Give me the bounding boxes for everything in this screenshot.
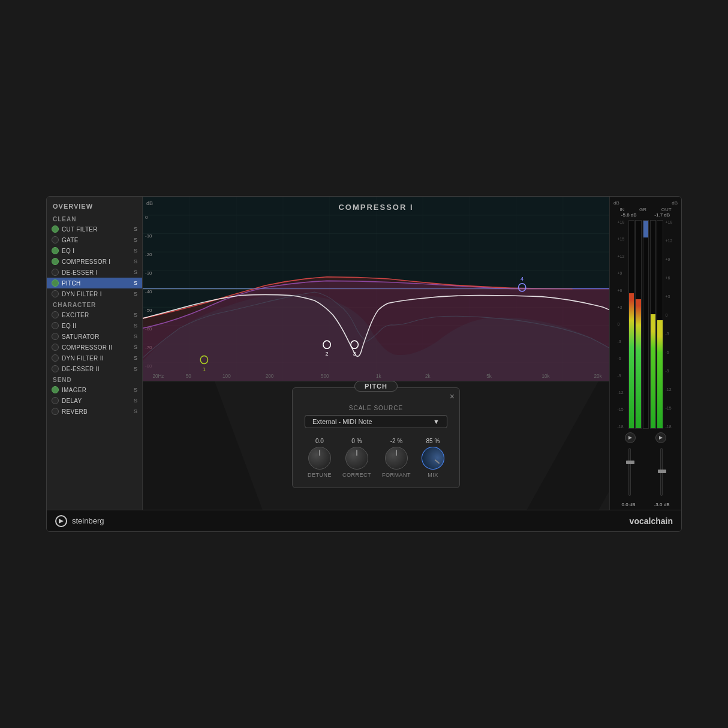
correct-value: 0 % <box>351 438 362 444</box>
power-btn-dynfilter1[interactable] <box>52 290 59 297</box>
sidebar-item-saturator[interactable]: SATURATOR S <box>47 331 142 342</box>
solo-btn-reverb[interactable]: S <box>133 408 139 415</box>
pitch-close-button[interactable]: × <box>450 392 455 401</box>
detune-label: DETUNE <box>308 472 332 478</box>
scale-source-dropdown[interactable]: External - MIDI Note ▼ <box>305 415 447 428</box>
sidebar-item-deesser1[interactable]: DE-ESSER I S <box>47 267 142 278</box>
svg-text:200: 200 <box>266 372 274 378</box>
out-fader-thumb <box>658 470 666 473</box>
sidebar-section-send: SEND <box>47 374 142 384</box>
svg-text:4: 4 <box>521 275 524 282</box>
gr-label: GR <box>639 207 646 212</box>
bottom-db-zero: 0.0 dB <box>622 502 636 507</box>
sidebar-overview-label: OVERVIEW <box>47 199 142 213</box>
sidebar-section-clean: CLEAN <box>47 213 142 224</box>
solo-btn-compressor2[interactable]: S <box>133 344 139 351</box>
play-icon-2 <box>658 435 664 441</box>
solo-btn-deesser2[interactable]: S <box>133 365 139 372</box>
power-btn-reverb[interactable] <box>52 408 59 415</box>
power-btn-exciter[interactable] <box>52 311 59 318</box>
detune-knob[interactable] <box>308 447 331 470</box>
svg-text:1k: 1k <box>376 372 381 378</box>
solo-btn-saturator[interactable]: S <box>133 333 139 340</box>
power-btn-saturator[interactable] <box>52 333 59 340</box>
eq-svg: 1 2 3 4 20Hz 50 100 <box>143 197 609 381</box>
knob-col-formant: -2 % FORMANT <box>382 438 411 478</box>
sidebar-label-imager: IMAGER <box>62 387 133 393</box>
formant-knob[interactable] <box>385 447 408 470</box>
bottom-panel: PITCH × SCALE SOURCE External - MIDI Not… <box>143 381 609 510</box>
brand-name: steinberg <box>72 516 104 525</box>
sidebar-item-compressor2[interactable]: COMPRESSOR II S <box>47 342 142 353</box>
db-top-label2: dB <box>672 200 678 206</box>
in-meter-button[interactable] <box>625 432 636 443</box>
solo-btn-compressor1[interactable]: S <box>133 258 139 265</box>
solo-btn-dynfilter1[interactable]: S <box>133 290 139 297</box>
solo-btn-eq1[interactable]: S <box>133 247 139 254</box>
power-btn-cut-filter[interactable] <box>52 225 59 233</box>
sidebar-label-saturator: SATURATOR <box>62 333 133 340</box>
power-btn-dynfilter2[interactable] <box>52 354 59 362</box>
sidebar-label-exciter: EXCITER <box>62 312 133 318</box>
sidebar-label-reverb: REVERB <box>62 408 133 415</box>
sidebar-item-delay[interactable]: DELAY S <box>47 395 142 406</box>
solo-btn-deesser1[interactable]: S <box>133 269 139 276</box>
out-fader[interactable] <box>660 448 663 496</box>
mix-knob[interactable] <box>417 442 449 474</box>
sidebar-item-eq1[interactable]: EQ I S <box>47 245 142 256</box>
solo-btn-imager[interactable]: S <box>133 386 139 393</box>
power-btn-deesser2[interactable] <box>52 365 59 372</box>
out-meter-bar-r <box>657 220 663 429</box>
svg-text:2: 2 <box>326 350 329 357</box>
knob-row: 0.0 DETUNE 0 % CORRECT -2 % FORMA <box>305 438 447 478</box>
power-btn-eq2[interactable] <box>52 322 59 329</box>
scale-source-value: External - MIDI Note <box>312 418 372 425</box>
footer-brand: steinberg <box>55 515 104 527</box>
sidebar-item-dynfilter2[interactable]: DYN FILTER II S <box>47 353 142 363</box>
power-btn-compressor2[interactable] <box>52 344 59 351</box>
sidebar-item-eq2[interactable]: EQ II S <box>47 320 142 331</box>
power-btn-eq1[interactable] <box>52 247 59 254</box>
out-meter-button[interactable] <box>655 432 666 443</box>
solo-btn-dynfilter2[interactable]: S <box>133 354 139 362</box>
svg-marker-32 <box>628 436 632 440</box>
in-meter <box>628 220 642 429</box>
solo-btn-gate[interactable]: S <box>133 236 139 243</box>
mix-label: MIX <box>428 472 438 478</box>
eq-display[interactable]: COMPRESSOR I dB 0 -10 -20 -30 -40 -50 -6… <box>143 197 609 381</box>
power-btn-pitch[interactable] <box>52 279 59 287</box>
solo-btn-delay[interactable]: S <box>133 397 139 404</box>
solo-btn-pitch[interactable]: S <box>133 279 139 287</box>
power-btn-compressor1[interactable] <box>52 258 59 265</box>
sidebar-label-compressor1: COMPRESSOR I <box>62 258 133 265</box>
knob-col-mix: 85 % MIX <box>422 438 444 478</box>
sidebar-item-deesser2[interactable]: DE-ESSER II S <box>47 363 142 374</box>
sidebar-item-reverb[interactable]: REVERB S <box>47 406 142 417</box>
solo-btn-eq2[interactable]: S <box>133 322 139 329</box>
sidebar-item-gate[interactable]: GATE S <box>47 234 142 245</box>
power-btn-imager[interactable] <box>52 386 59 393</box>
knob-col-correct: 0 % CORRECT <box>342 438 371 478</box>
sidebar-item-pitch[interactable]: PITCH S <box>47 278 142 288</box>
power-btn-delay[interactable] <box>52 397 59 404</box>
detune-value: 0.0 <box>315 438 324 444</box>
out-meter-bar-l <box>650 220 657 429</box>
solo-btn-exciter[interactable]: S <box>133 311 139 318</box>
solo-btn-cut-filter[interactable]: S <box>133 225 139 233</box>
sidebar-item-dynfilter1[interactable]: DYN FILTER I S <box>47 288 142 299</box>
sidebar-item-compressor1[interactable]: COMPRESSOR I S <box>47 256 142 267</box>
power-btn-gate[interactable] <box>52 236 59 243</box>
meter-scale-left: +18 +15 +12 +9 +6 +3 0 -3 -6 -9 -12 -15 … <box>618 220 627 429</box>
in-fader-thumb <box>626 461 634 464</box>
svg-text:3: 3 <box>353 350 356 357</box>
power-btn-deesser1[interactable] <box>52 269 59 276</box>
sidebar-item-cut-filter[interactable]: CUT FILTER S <box>47 224 142 234</box>
sidebar-label-gate: GATE <box>62 237 133 243</box>
sidebar-label-cut-filter: CUT FILTER <box>62 226 133 233</box>
sidebar-item-imager[interactable]: IMAGER S <box>47 384 142 395</box>
sidebar-item-exciter[interactable]: EXCITER S <box>47 309 142 320</box>
svg-text:2k: 2k <box>425 372 431 378</box>
correct-knob[interactable] <box>345 447 368 470</box>
svg-marker-34 <box>59 519 64 524</box>
in-fader[interactable] <box>628 448 631 496</box>
